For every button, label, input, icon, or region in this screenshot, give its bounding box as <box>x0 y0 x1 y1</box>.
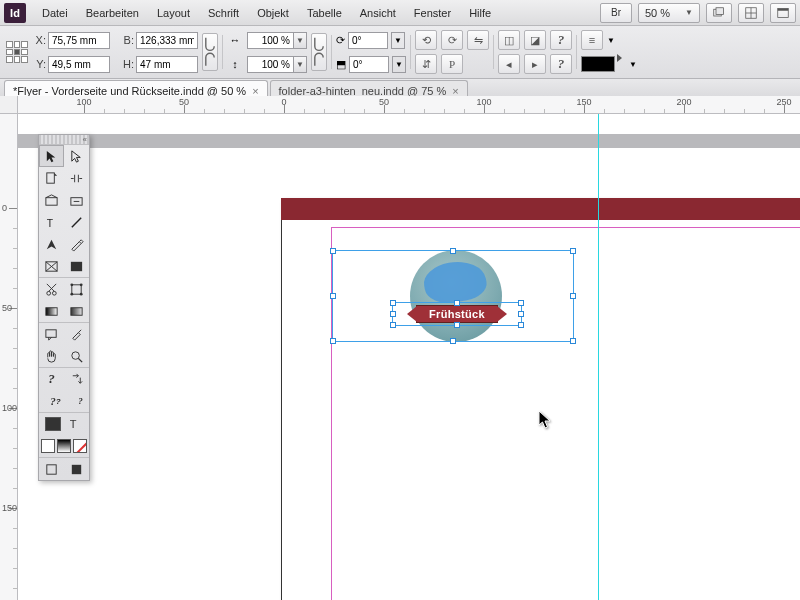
flip-h-icon[interactable]: ⇋ <box>467 30 489 50</box>
hand-tool[interactable] <box>39 345 64 367</box>
type-formatting-icon[interactable]: T <box>63 413 83 435</box>
scissors-tool[interactable] <box>39 278 64 300</box>
pen-tool[interactable] <box>39 233 64 255</box>
menu-schrift[interactable]: Schrift <box>200 4 247 22</box>
swap-fill-stroke-icon[interactable] <box>64 368 89 390</box>
chevron-down-icon[interactable]: ▼ <box>607 36 615 45</box>
view-mode-preview[interactable] <box>64 458 89 480</box>
view-mode-normal[interactable] <box>39 458 64 480</box>
rectangle-frame-tool[interactable] <box>39 255 64 277</box>
stroke-swatch[interactable] <box>581 56 615 72</box>
w-input[interactable] <box>136 32 198 49</box>
close-icon[interactable]: × <box>452 85 458 97</box>
svg-rect-6 <box>778 8 789 10</box>
zoom-combo[interactable]: 50 % ▼ <box>638 3 700 23</box>
select-prev-icon[interactable]: ◂ <box>498 54 520 74</box>
tools-panel[interactable]: « T ? ? ? ? <box>38 134 90 481</box>
menu-ansicht[interactable]: Ansicht <box>352 4 404 22</box>
menu-fenster[interactable]: Fenster <box>406 4 459 22</box>
menu-layout[interactable]: Layout <box>149 4 198 22</box>
page-tool[interactable] <box>39 167 64 189</box>
chevron-down-icon[interactable]: ▼ <box>293 32 307 49</box>
select-next-icon[interactable]: ▸ <box>524 54 546 74</box>
menu-objekt[interactable]: Objekt <box>249 4 297 22</box>
y-field[interactable]: Y: <box>32 56 110 73</box>
help-tool-1[interactable]: ? <box>39 368 64 390</box>
apply-none-icon[interactable] <box>41 439 55 453</box>
rotate-ccw-icon[interactable]: ⟲ <box>415 30 437 50</box>
menu-datei[interactable]: Datei <box>34 4 76 22</box>
panel-grip[interactable]: « <box>39 135 89 145</box>
ruler-origin[interactable] <box>0 96 18 114</box>
gradient-feather-tool[interactable] <box>64 300 89 322</box>
help-tool-3[interactable]: ? <box>72 390 89 412</box>
pasteboard-edge <box>18 134 800 148</box>
h-input[interactable] <box>136 56 198 73</box>
eyedropper-tool[interactable] <box>64 323 89 345</box>
chevron-down-icon[interactable]: ▼ <box>629 60 637 69</box>
help-tool-2[interactable]: ? ? <box>39 390 72 412</box>
selection-tool[interactable] <box>39 145 64 167</box>
fill-stroke-formatting[interactable]: T <box>39 413 89 435</box>
scale-x-field[interactable]: ▼ <box>247 32 307 49</box>
apply-color-icon[interactable] <box>45 417 61 431</box>
color-mode-row[interactable] <box>39 435 89 457</box>
rotate-field[interactable]: ⟳ 0°▼ <box>336 29 406 51</box>
zoom-tool[interactable] <box>64 345 89 367</box>
line-tool[interactable] <box>64 211 89 233</box>
note-tool[interactable] <box>39 323 64 345</box>
apply-gradient-icon[interactable] <box>57 439 71 453</box>
chevron-down-icon[interactable]: ▼ <box>391 32 405 49</box>
canvas[interactable]: Frühstück <box>18 114 800 600</box>
gradient-swatch-tool[interactable] <box>39 300 64 322</box>
svg-point-19 <box>70 283 73 286</box>
svg-point-20 <box>80 283 83 286</box>
free-transform-tool[interactable] <box>64 278 89 300</box>
arrange-button[interactable] <box>738 3 764 23</box>
constrain-scale-icon[interactable] <box>311 33 327 71</box>
bridge-button[interactable]: Br <box>600 3 632 23</box>
type-tool[interactable]: T <box>39 211 64 233</box>
workspace-button[interactable] <box>770 3 796 23</box>
ruler-vertical[interactable]: 050100150200 <box>0 114 18 600</box>
gap-tool[interactable] <box>64 167 89 189</box>
h-field[interactable]: H: <box>120 56 198 73</box>
menu-tabelle[interactable]: Tabelle <box>299 4 350 22</box>
x-input[interactable] <box>48 32 110 49</box>
menu-hilfe[interactable]: Hilfe <box>461 4 499 22</box>
help2-icon[interactable]: ? <box>550 54 572 74</box>
selection-group[interactable] <box>332 250 574 342</box>
select-content-icon[interactable]: ◪ <box>524 30 546 50</box>
collapse-icon[interactable]: « <box>83 135 87 144</box>
stroke-weight-icon[interactable]: ≡ <box>581 30 603 50</box>
help-icon[interactable]: ? <box>550 30 572 50</box>
chevron-down-icon[interactable]: ▼ <box>392 56 406 73</box>
w-field[interactable]: B: <box>120 32 198 49</box>
direct-selection-tool[interactable] <box>64 145 89 167</box>
content-placer-tool[interactable] <box>64 189 89 211</box>
select-container-icon[interactable]: ◫ <box>498 30 520 50</box>
reference-point[interactable] <box>6 41 28 63</box>
svg-rect-18 <box>72 284 81 293</box>
rectangle-tool[interactable] <box>64 255 89 277</box>
menu-bearbeiten[interactable]: Bearbeiten <box>78 4 147 22</box>
svg-rect-24 <box>71 307 82 315</box>
flip-v-icon[interactable]: ⇵ <box>415 54 437 74</box>
constrain-wh-icon[interactable] <box>202 33 218 71</box>
close-icon[interactable]: × <box>252 85 258 97</box>
scale-y-field[interactable]: ▼ <box>247 56 307 73</box>
ruler-horizontal[interactable]: 10050050100150200250 <box>18 96 800 114</box>
work-area: 10050050100150200250 050100150200 Frühst… <box>0 96 800 600</box>
shear-field[interactable]: ⬒ 0°▼ <box>336 53 406 75</box>
pencil-tool[interactable] <box>64 233 89 255</box>
guide-cyan[interactable] <box>598 114 599 600</box>
content-collector-tool[interactable] <box>39 189 64 211</box>
svg-line-27 <box>78 358 82 362</box>
y-input[interactable] <box>48 56 110 73</box>
x-field[interactable]: X: <box>32 32 110 49</box>
apply-none2-icon[interactable] <box>73 439 87 453</box>
chevron-down-icon[interactable]: ▼ <box>293 56 307 73</box>
selection-ribbon[interactable] <box>392 302 522 326</box>
rotate-cw-icon[interactable]: ⟳ <box>441 30 463 50</box>
screen-mode-button[interactable] <box>706 3 732 23</box>
